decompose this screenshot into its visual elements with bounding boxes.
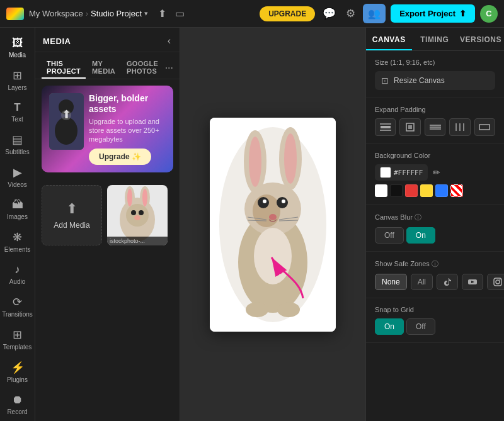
media-thumb-label: istockphoto-... bbox=[107, 237, 168, 245]
sidebar-item-subtitles[interactable]: ▤ Subtitles bbox=[3, 128, 33, 159]
sidebar-item-record-label: Record bbox=[7, 408, 27, 415]
sidebar-item-images[interactable]: 🏔 Images bbox=[3, 193, 33, 224]
resize-canvas-button[interactable]: ⊡ Resize Canvas bbox=[375, 71, 495, 90]
collapse-panel-button[interactable]: ‹ bbox=[166, 34, 172, 48]
sidebar-item-plugins[interactable]: ⚡ Plugins bbox=[3, 356, 33, 387]
profile-avatar[interactable]: C bbox=[480, 5, 498, 23]
swatch-striped[interactable] bbox=[450, 184, 463, 197]
canvas-blur-section: Canvas Blur ⓘ Off On bbox=[366, 205, 504, 252]
sidebar-item-subtitles-label: Subtitles bbox=[5, 149, 29, 155]
workspace-name[interactable]: My Workspace bbox=[29, 9, 83, 18]
tab-versions[interactable]: VERSIONS bbox=[457, 28, 504, 50]
snap-to-grid-off-button[interactable]: Off bbox=[406, 318, 435, 335]
pad-btn-4[interactable] bbox=[474, 118, 495, 136]
comment-icon[interactable]: 💬 bbox=[320, 4, 338, 23]
svg-rect-46 bbox=[455, 123, 457, 131]
sidebar-item-elements[interactable]: ❋ Elements bbox=[3, 225, 33, 257]
upload-icon[interactable]: ⬆ bbox=[156, 5, 169, 22]
sidebar-item-elements-label: Elements bbox=[4, 246, 31, 253]
expand-padding-section: Expand Padding bbox=[366, 98, 504, 144]
snap-to-grid-on-button[interactable]: On bbox=[375, 318, 404, 335]
share-people-icon[interactable]: 👥 bbox=[363, 4, 386, 23]
templates-icon: ⊞ bbox=[13, 328, 22, 342]
tab-canvas[interactable]: CANVAS bbox=[366, 28, 412, 50]
svg-point-54 bbox=[500, 279, 501, 281]
canvas-blur-off-button[interactable]: Off bbox=[375, 227, 404, 244]
tiktok-icon[interactable] bbox=[437, 274, 458, 290]
layers-icon: ⊞ bbox=[13, 69, 22, 82]
svg-point-53 bbox=[496, 280, 500, 284]
svg-point-27 bbox=[282, 199, 285, 203]
project-name[interactable]: Studio Project bbox=[91, 9, 142, 18]
pad-btn-3[interactable] bbox=[449, 118, 470, 136]
canvas-blur-on-button[interactable]: On bbox=[406, 227, 435, 244]
canvas-rabbit-svg bbox=[210, 118, 336, 332]
topbar-icons: ⬆ ▭ bbox=[156, 5, 187, 22]
eyedropper-button[interactable]: ✏ bbox=[432, 166, 442, 179]
canvas-content bbox=[210, 118, 336, 332]
svg-point-2 bbox=[55, 117, 77, 145]
svg-point-10 bbox=[142, 189, 147, 206]
sidebar-item-videos[interactable]: ▶ Videos bbox=[3, 160, 33, 192]
add-media-box[interactable]: ⬆ Add Media bbox=[42, 185, 102, 245]
monitor-icon[interactable]: ▭ bbox=[173, 5, 187, 22]
chevron-down-icon[interactable]: ▾ bbox=[144, 9, 148, 18]
background-color-section: Background Color #FFFFFF ✏ bbox=[366, 144, 504, 205]
swatch-black[interactable] bbox=[390, 184, 403, 197]
tab-more-icon[interactable]: ··· bbox=[165, 62, 173, 74]
media-thumbnail-0[interactable]: istockphoto-... bbox=[107, 185, 168, 245]
images-icon: 🏔 bbox=[12, 198, 23, 211]
snap-to-grid-toggle: On Off bbox=[375, 318, 495, 335]
safe-zones-label-text: Show Safe Zones bbox=[375, 260, 430, 267]
sidebar-item-layers[interactable]: ⊞ Layers bbox=[3, 64, 33, 95]
swatch-white[interactable] bbox=[375, 184, 387, 197]
main-layout: 🖼 Media ⊞ Layers T Text ▤ Subtitles ▶ Vi… bbox=[0, 28, 504, 421]
sidebar-item-transitions[interactable]: ⟳ Transitions bbox=[3, 290, 33, 322]
canvas-blur-info-icon[interactable]: ⓘ bbox=[415, 213, 421, 221]
svg-point-14 bbox=[134, 215, 140, 220]
svg-point-34 bbox=[246, 302, 268, 317]
settings-icon[interactable]: ⚙ bbox=[343, 4, 358, 23]
media-panel-header: MEDIA ‹ bbox=[35, 28, 180, 52]
svg-point-28 bbox=[269, 214, 277, 220]
sidebar-item-media[interactable]: 🖼 Media bbox=[3, 31, 33, 62]
pad-btn-0[interactable] bbox=[375, 118, 396, 136]
banner-photo: ⬆ bbox=[49, 93, 84, 150]
safe-zones-info-icon[interactable]: ⓘ bbox=[432, 260, 438, 267]
sidebar-item-audio[interactable]: ♪ Audio bbox=[3, 258, 33, 289]
youtube-icon[interactable] bbox=[462, 274, 483, 290]
export-project-button[interactable]: Export Project ⬆ bbox=[391, 4, 475, 23]
pad-btn-2[interactable] bbox=[425, 118, 445, 136]
safe-zones-all-button[interactable]: All bbox=[411, 274, 433, 290]
banner-upgrade-button[interactable]: Upgrade ✨ bbox=[89, 149, 151, 165]
breadcrumb-separator: › bbox=[86, 9, 88, 18]
sidebar-item-templates[interactable]: ⊞ Templates bbox=[3, 323, 33, 354]
sidebar-item-record[interactable]: ⏺ Record bbox=[3, 388, 33, 419]
tab-this-project[interactable]: THIS PROJECT bbox=[42, 57, 86, 79]
svg-rect-38 bbox=[381, 126, 391, 128]
instagram-icon[interactable] bbox=[487, 274, 504, 290]
media-panel-title: MEDIA bbox=[43, 36, 71, 46]
sidebar-item-text[interactable]: T Text bbox=[3, 96, 33, 126]
transitions-icon: ⟳ bbox=[13, 295, 22, 309]
swatch-yellow[interactable] bbox=[420, 184, 433, 197]
canvas-area[interactable] bbox=[180, 28, 365, 421]
svg-point-20 bbox=[249, 137, 261, 187]
svg-point-21 bbox=[284, 133, 297, 184]
safe-zones-none-button[interactable]: None bbox=[375, 274, 407, 290]
tab-timing[interactable]: TIMING bbox=[412, 28, 458, 50]
banner-title: Bigger, bolder assets bbox=[89, 93, 166, 115]
pad-btn-1[interactable] bbox=[399, 118, 420, 136]
app-logo[interactable] bbox=[6, 8, 24, 20]
color-input-group[interactable]: #FFFFFF bbox=[375, 164, 428, 181]
topbar-right: 💬 ⚙ 👥 Export Project ⬆ C bbox=[320, 4, 498, 23]
upgrade-button[interactable]: UPGRADE bbox=[260, 6, 315, 21]
subtitles-icon: ▤ bbox=[12, 133, 23, 147]
tab-google-photos[interactable]: GOOGLE PHOTOS bbox=[122, 57, 164, 79]
swatch-red[interactable] bbox=[405, 184, 418, 197]
tab-my-media[interactable]: MY MEDIA bbox=[87, 57, 120, 79]
svg-rect-44 bbox=[430, 126, 441, 128]
swatch-blue[interactable] bbox=[435, 184, 448, 197]
banner-content: Bigger, bolder assets Upgrade to upload … bbox=[89, 93, 166, 165]
svg-rect-45 bbox=[430, 128, 441, 130]
